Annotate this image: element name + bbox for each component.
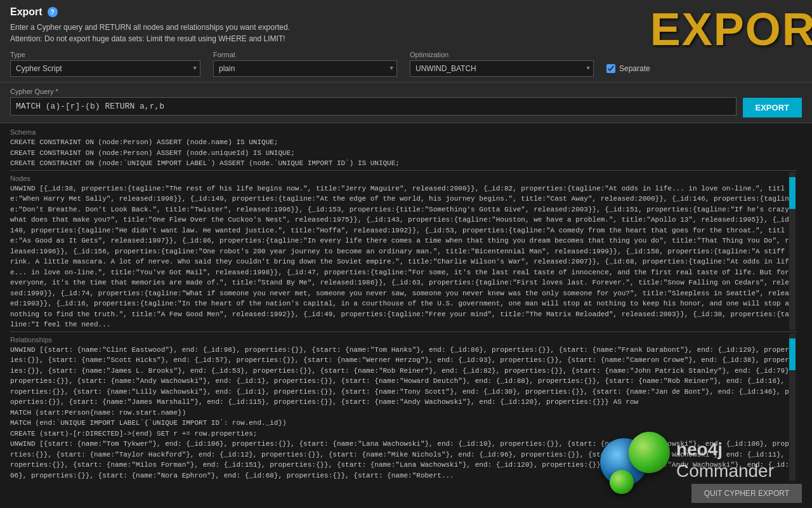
query-field-wrapper: Cypher Query *: [10, 88, 737, 116]
cypher-query-section: Cypher Query * EXPORT: [0, 83, 812, 123]
output-scroll: Schema CREATE CONSTRAINT ON (node:Person…: [0, 123, 812, 501]
relationships-content: UNWIND [{start: {name:"Clint Eastwood"},…: [10, 345, 797, 481]
output-area: Schema CREATE CONSTRAINT ON (node:Person…: [0, 123, 812, 501]
relationships-scrollbar[interactable]: [789, 333, 796, 481]
type-select-wrapper: Cypher Script GraphML CSV: [10, 60, 200, 77]
type-label: Type: [10, 51, 200, 58]
nodes-label: Nodes: [10, 172, 797, 184]
separate-group: Separate: [606, 64, 650, 73]
format-field-group: Format plain verbose: [213, 51, 397, 77]
schema-content: CREATE CONSTRAINT ON (node:Person) ASSER…: [10, 137, 797, 169]
controls-row: Type Cypher Script GraphML CSV Format pl…: [10, 51, 650, 77]
schema-section: Schema CREATE CONSTRAINT ON (node:Person…: [10, 126, 797, 169]
page-title: Export: [10, 6, 43, 18]
export-title-row: Export ?: [10, 6, 650, 18]
bottom-bar: QUIT CYPHER EXPORT: [681, 479, 812, 508]
cypher-query-input[interactable]: [10, 97, 737, 116]
quit-cypher-export-button[interactable]: QUIT CYPHER EXPORT: [691, 484, 802, 503]
subtitle: Enter a Cypher query and RETURN all node…: [10, 22, 650, 44]
optimization-label: Optimization: [410, 51, 594, 58]
nodes-scrollbar-thumb: [789, 177, 796, 209]
header: Export ? Enter a Cypher query and RETURN…: [0, 0, 812, 83]
schema-label: Schema: [10, 126, 797, 137]
optimization-field-group: Optimization UNWIND_BATCH PERIODIC_COMMI…: [410, 51, 594, 77]
separate-label: Separate: [619, 64, 650, 73]
relationships-label: Relationships: [10, 333, 797, 345]
type-select[interactable]: Cypher Script GraphML CSV: [10, 60, 200, 77]
format-select[interactable]: plain verbose: [213, 60, 397, 77]
type-field-group: Type Cypher Script GraphML CSV: [10, 51, 200, 77]
nodes-scrollbar[interactable]: [789, 172, 796, 330]
optimization-select-wrapper: UNWIND_BATCH PERIODIC_COMMIT: [410, 60, 594, 77]
format-label: Format: [213, 51, 397, 58]
separate-checkbox[interactable]: [606, 64, 615, 73]
nodes-section: Nodes UNWIND [{_id:38, properties:{tagli…: [10, 172, 797, 330]
big-export-title: EXPORT: [650, 6, 812, 52]
format-select-wrapper: plain verbose: [213, 60, 397, 77]
relationships-section: Relationships UNWIND [{start: {name:"Cli…: [10, 333, 797, 481]
query-label: Cypher Query *: [10, 88, 737, 95]
cypher-query-row: Cypher Query * EXPORT: [10, 88, 802, 117]
export-button[interactable]: EXPORT: [743, 98, 802, 117]
header-left: Export ? Enter a Cypher query and RETURN…: [10, 6, 650, 77]
relationships-scrollbar-thumb: [789, 338, 796, 370]
optimization-select[interactable]: UNWIND_BATCH PERIODIC_COMMIT: [410, 60, 594, 77]
nodes-content: UNWIND [{_id:38, properties:{tagline:"Th…: [10, 184, 797, 330]
help-icon[interactable]: ?: [48, 7, 58, 17]
